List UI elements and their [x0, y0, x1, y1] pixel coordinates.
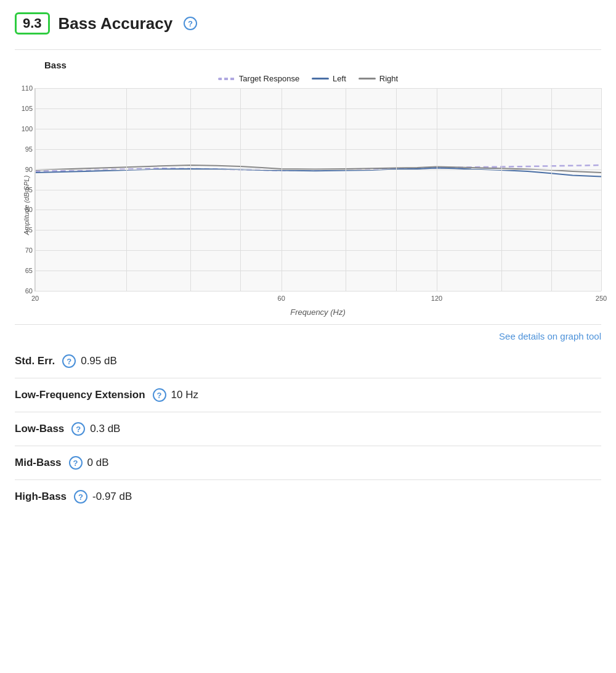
y-tick-label: 95: [25, 145, 33, 153]
stat-label: Low-Bass: [15, 423, 64, 435]
stat-divider: [15, 378, 601, 378]
chart-inner: 60657075808590951001051102060120250 Freq…: [34, 88, 601, 322]
stat-help-icon[interactable]: ?: [71, 422, 85, 436]
grid-line-h: [35, 291, 601, 292]
grid-line-h: [35, 88, 601, 89]
grid-line-h: [35, 230, 601, 230]
stat-divider: [15, 446, 601, 446]
grid-line-h: [35, 149, 601, 150]
grid-line-h: [35, 271, 601, 271]
y-tick-label: 75: [25, 226, 33, 234]
grid-line-h: [35, 250, 601, 251]
y-tick-label: 70: [25, 247, 33, 254]
page-header: 9.3 Bass Accuracy ?: [15, 12, 601, 35]
stat-row: Mid-Bass?0 dB: [15, 456, 601, 470]
stat-help-icon[interactable]: ?: [153, 388, 166, 402]
stat-label: Std. Err.: [15, 355, 55, 367]
grid-line-v: [282, 88, 282, 291]
stat-help-icon[interactable]: ?: [69, 456, 83, 470]
y-tick-label: 100: [22, 125, 33, 133]
grid-line-v: [346, 88, 346, 291]
x-axis-label: Frequency (Hz): [34, 308, 601, 317]
chart-section: Bass Target Response Left Right Amplitud…: [15, 60, 601, 325]
x-tick-label: 20: [31, 295, 39, 302]
grid-line-h: [35, 169, 601, 170]
stat-label: High-Bass: [15, 491, 67, 503]
grid-line-v: [396, 88, 397, 291]
stat-help-icon[interactable]: ?: [74, 490, 87, 504]
grid-line-h: [35, 190, 601, 190]
legend-target-line: [218, 78, 235, 80]
grid-line-v: [501, 88, 502, 291]
legend-right-label: Right: [379, 74, 398, 83]
stat-label: Low-Frequency Extension: [15, 389, 145, 401]
stat-divider: [15, 412, 601, 412]
y-tick-label: 65: [25, 267, 33, 274]
grid-line-v: [601, 88, 602, 291]
y-tick-label: 90: [25, 166, 33, 173]
stat-row: Low-Frequency Extension?10 Hz: [15, 388, 601, 402]
chart-title: Bass: [44, 60, 601, 70]
grid-line-v: [551, 88, 552, 291]
see-details-link[interactable]: See details on graph tool: [499, 331, 601, 341]
stat-value: 10 Hz: [171, 389, 198, 401]
stat-row: Std. Err.?0.95 dB: [15, 354, 601, 368]
stat-label: Mid-Bass: [15, 457, 62, 469]
y-tick-label: 85: [25, 186, 33, 194]
y-tick-label: 105: [22, 105, 33, 112]
legend-left-label: Left: [333, 74, 346, 83]
x-tick-label: 60: [278, 295, 285, 302]
legend-target-label: Target Response: [239, 74, 299, 83]
legend-target: Target Response: [218, 74, 299, 83]
chart-wrapper: Amplitude (dB SPL) 606570758085909510010…: [21, 88, 601, 322]
stat-help-icon[interactable]: ?: [62, 354, 76, 368]
stat-value: 0 dB: [87, 457, 109, 469]
title-help-icon[interactable]: ?: [184, 17, 197, 30]
stat-value: -0.97 dB: [92, 491, 132, 503]
grid-line-v: [437, 88, 437, 291]
stat-value: 0.95 dB: [81, 355, 117, 367]
stat-row: High-Bass?-0.97 dB: [15, 490, 601, 504]
score-badge: 9.3: [15, 12, 50, 35]
y-tick-label: 110: [22, 84, 33, 92]
chart-grid: 60657075808590951001051102060120250: [34, 88, 601, 292]
stat-row: Low-Bass?0.3 dB: [15, 422, 601, 436]
legend-left-line: [312, 78, 329, 80]
stats-section: Std. Err.?0.95 dBLow-Frequency Extension…: [15, 354, 601, 504]
legend-left: Left: [312, 74, 346, 83]
chart-legend: Target Response Left Right: [15, 74, 601, 83]
see-details-row: See details on graph tool: [15, 331, 601, 342]
stat-divider: [15, 479, 601, 480]
grid-line-v: [35, 88, 36, 291]
stat-value: 0.3 dB: [90, 423, 120, 435]
x-tick-label: 120: [431, 295, 442, 302]
grid-line-h: [35, 108, 601, 109]
x-tick-label: 250: [596, 295, 607, 302]
grid-line-v: [190, 88, 191, 291]
grid-line-v: [126, 88, 127, 291]
grid-line-v: [240, 88, 241, 291]
y-tick-label: 80: [25, 206, 33, 213]
legend-right: Right: [359, 74, 398, 83]
header-divider: [15, 49, 601, 50]
page-title: Bass Accuracy: [59, 14, 173, 33]
grid-line-h: [35, 129, 601, 129]
legend-right-line: [359, 78, 376, 80]
grid-line-h: [35, 210, 601, 210]
y-tick-label: 60: [25, 287, 33, 295]
